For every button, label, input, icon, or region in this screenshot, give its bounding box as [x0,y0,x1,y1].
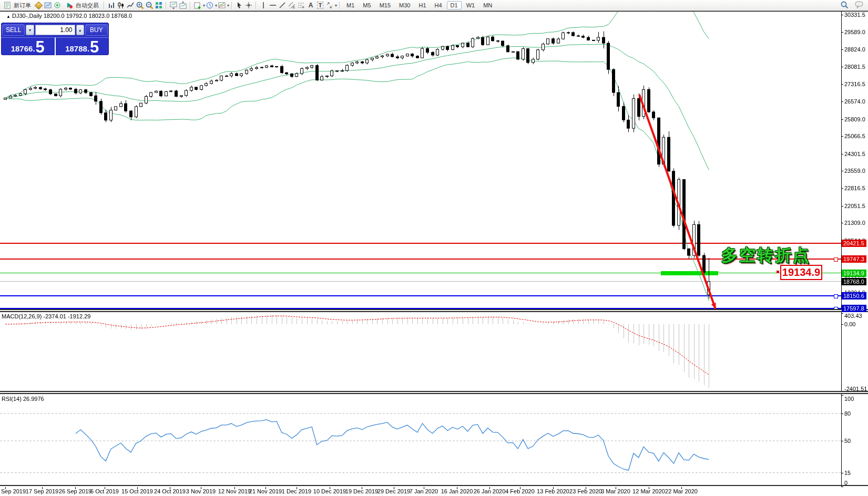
timeframe-button-m1[interactable]: M1 [343,1,358,9]
date-axis-label: 15 Oct 2019 [121,488,153,494]
vertical-line-tool-icon[interactable] [259,1,268,9]
add-indicator-window-icon[interactable] [169,1,178,9]
bar-chart-icon[interactable] [107,1,116,9]
search-icon[interactable] [840,1,849,9]
timeframe-button-m5[interactable]: M5 [359,1,374,9]
macd-axis-tick: 0.00 [844,321,867,327]
arrows-dropdown[interactable]: ▾ [335,3,337,8]
timeframe-button-h4[interactable]: H4 [431,1,446,9]
price-axis-tick: 28081.5 [844,64,867,70]
template-icon[interactable] [217,1,227,9]
sell-button[interactable]: SELL [2,24,25,36]
svg-text:F: F [302,6,304,9]
mt-terminal-window: 新订单 自动交易 [0,0,868,496]
rsi-indicator-label: RSI(14) 26.9976 [2,396,44,402]
date-axis-label: 26 Jan 2020 [474,488,506,494]
fibonacci-tool-icon[interactable]: F [297,1,306,9]
signals-icon[interactable] [53,1,62,9]
trade-panel-top-row: SELL ▼ ▲ BUY [1,23,109,36]
buy-button[interactable]: BUY [85,24,108,36]
timeframe-button-m30[interactable]: M30 [395,1,414,9]
timeframe-button-d1[interactable]: D1 [447,1,462,9]
new-chart-icon[interactable] [193,1,202,9]
toolbar-separator [256,2,257,9]
timeframe-button-h1[interactable]: H1 [415,1,430,9]
date-axis-label: 6 Oct 2019 [90,488,119,494]
cursor-icon[interactable] [234,1,244,9]
price-axis-tag-18768.0: 18768.0 [842,278,866,285]
new-order-button[interactable]: 新订单 [0,0,34,11]
date-axis-label: 24 Oct 2019 [154,488,186,494]
timeframe-button-w1[interactable]: W1 [463,1,479,9]
date-axis-label: 3 Mar 2020 [601,488,630,494]
symbol-marker-icon: ▲ [6,14,11,19]
zoom-out-icon[interactable] [145,1,154,9]
date-axis-label: 13 Feb 2020 [537,488,569,494]
price-axis-tick: 24301.5 [844,151,867,157]
price-axis-tick: 22816.5 [844,185,867,191]
price-axis-tick: 25809.0 [844,116,867,122]
zoom-in-icon[interactable] [135,1,145,9]
candlestick-chart-icon[interactable] [116,1,126,9]
tile-windows-icon[interactable] [154,1,164,9]
rsi-axis-tick: 15 [844,470,867,476]
date-axis-separator [0,485,868,486]
macd-pane-separator[interactable] [0,309,868,312]
timeframe-button-mn[interactable]: MN [479,1,496,9]
volume-increase-button[interactable]: ▲ [76,25,84,35]
horizontal-line-tool-icon[interactable] [268,1,278,9]
price-axis-tag-20421.5: 20421.5 [842,240,866,247]
price-axis-tick: 25066.5 [844,133,867,139]
toolbar-separator [231,2,232,9]
date-axis-label: Sep 2019 [1,488,26,494]
date-axis-label: 12 Mar 2020 [632,488,665,494]
chat-icon[interactable] [854,1,864,9]
date-axis-label: 22 Mar 2020 [665,488,698,494]
date-axis-label: 19 Dec 2019 [345,488,378,494]
toolbar-separator [166,2,167,9]
period-clock-icon[interactable] [205,1,215,9]
timeframe-buttons: M1M5M15M30H1H4D1W1MN [342,1,496,9]
date-axis-label: 12 Nov 2019 [218,488,251,494]
timeframe-button-m15[interactable]: M15 [376,1,394,9]
new-order-label: 新订单 [14,2,31,9]
profile-icon[interactable] [43,1,53,9]
template-dropdown[interactable]: ▾ [227,3,229,8]
trade-panel-prices: 18766. 5 18788. 5 [1,37,109,55]
date-axis-label: 26 Sep 2019 [59,488,91,494]
date-axis-label: 4 Feb 2020 [505,488,535,494]
buy-price[interactable]: 18788. 5 [56,37,109,55]
autotrading-label: 自动交易 [76,2,99,9]
toolbar-separator [104,2,105,9]
price-callout-box[interactable]: 19134.9 [780,265,822,280]
arrows-tool-icon[interactable] [325,1,334,9]
price-callout-handle[interactable] [777,271,779,273]
market-watch-icon[interactable] [34,1,43,9]
turning-point-annotation[interactable]: 多空转折点 [721,244,811,266]
svg-text:E: E [293,6,295,9]
price-axis-tick: 22051.5 [844,203,867,209]
channel-tool-icon[interactable]: E [287,1,297,9]
price-hline-handle[interactable] [834,294,838,298]
line-chart-icon[interactable] [126,1,135,9]
text-tool-icon[interactable]: A [306,1,315,9]
crosshair-icon[interactable] [244,1,253,9]
autotrading-button[interactable]: 自动交易 [62,0,101,11]
volume-input[interactable] [35,25,75,35]
date-axis-label: 21 Nov 2019 [249,488,282,494]
volume-decrease-button[interactable]: ▼ [26,25,34,35]
macd-indicator-label: MACD(12,26,9) -2374.01 -1912.29 [2,313,90,319]
price-hline-handle[interactable] [834,257,838,262]
text-label-tool-icon[interactable]: T [315,1,325,9]
price-axis-tick: 28824.0 [844,46,867,53]
remove-indicator-window-icon[interactable] [178,1,188,9]
date-axis-label: 3 Nov 2019 [186,488,216,494]
chart-ohlc-label: ▲ DJ30-,Daily 18200.0 19792.0 18023.0 18… [6,13,132,19]
price-axis-tag-19747.3: 19747.3 [842,255,866,263]
date-axis-label: 1 Dec 2019 [282,488,311,494]
sell-price[interactable]: 18766. 5 [1,37,56,55]
trendline-tool-icon[interactable] [278,1,287,9]
chart-ohlc-values: 18200.0 19792.0 18023.0 18768.0 [44,13,132,19]
rsi-pane-separator[interactable] [0,391,868,394]
toolbar-separator [339,2,340,9]
